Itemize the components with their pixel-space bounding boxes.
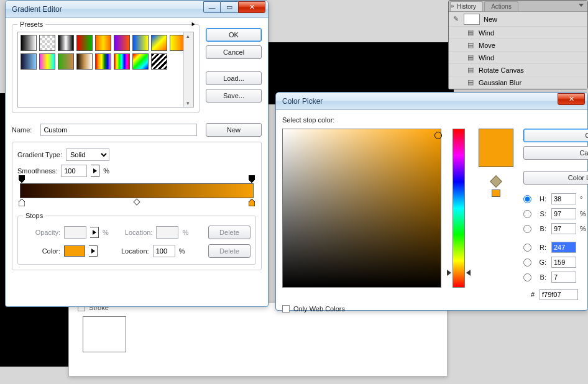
preset-swatch[interactable] <box>39 35 55 51</box>
radio-h[interactable] <box>523 195 531 203</box>
panel-menu-button[interactable] <box>577 2 585 9</box>
radio-rgb-b[interactable] <box>523 273 531 281</box>
opacity-label: Opacity: <box>23 229 60 236</box>
preset-swatch[interactable] <box>114 35 130 51</box>
saturation-value-field[interactable] <box>282 129 441 288</box>
midpoint-marker[interactable] <box>134 198 140 205</box>
gamut-warning-icon[interactable] <box>490 175 502 188</box>
radio-s[interactable] <box>523 210 531 218</box>
preset-swatch[interactable] <box>132 35 149 51</box>
location2-unit: % <box>179 247 185 255</box>
radio-r[interactable] <box>523 244 531 252</box>
preset-swatch[interactable] <box>58 53 74 70</box>
hue-slider[interactable] <box>452 129 465 288</box>
gamut-warning-chip[interactable] <box>492 190 500 197</box>
panel-collapse-button[interactable] <box>451 2 458 9</box>
minimize-button[interactable]: — <box>203 1 221 13</box>
gradient-type-select[interactable]: Solid <box>66 149 109 161</box>
prompt-label: Select stop color: <box>282 116 581 124</box>
color-libraries-button[interactable]: Color Libraries <box>523 171 588 185</box>
rgb-b-input[interactable] <box>551 272 576 283</box>
history-panel: History Actions ✎ New ▤ Wind ▤ Move ▤ Wi… <box>448 0 588 89</box>
preset-swatch[interactable] <box>114 53 130 70</box>
preset-swatch[interactable] <box>76 53 93 70</box>
preset-swatch[interactable] <box>58 35 74 51</box>
only-web-colors-checkbox[interactable] <box>282 305 290 313</box>
presets-list[interactable] <box>17 32 194 107</box>
history-item[interactable]: ▤ Wind <box>449 27 587 39</box>
preset-swatch[interactable] <box>132 53 149 70</box>
close-button[interactable]: ✕ <box>238 1 265 13</box>
titlebar[interactable]: Color Picker ✕ <box>276 93 587 110</box>
g-input[interactable] <box>551 257 576 268</box>
preset-swatch[interactable] <box>21 53 37 70</box>
ok-button[interactable]: OK <box>523 129 588 142</box>
smoothness-label: Smoothness: <box>17 167 57 175</box>
h-input[interactable] <box>551 193 576 204</box>
opacity-unit: % <box>103 229 109 236</box>
bv-input[interactable] <box>551 223 576 234</box>
gradient-type-label: Gradient Type: <box>17 151 62 158</box>
preset-swatch[interactable] <box>151 35 167 51</box>
history-item[interactable]: ▤ Move <box>449 39 587 52</box>
presets-scrollbar[interactable] <box>183 32 193 107</box>
presets-flyout-button[interactable] <box>191 21 195 28</box>
window-title: Gradient Editor <box>12 5 203 14</box>
r-input[interactable] <box>551 242 576 253</box>
color-stop-right[interactable] <box>249 199 255 206</box>
sv-cursor[interactable] <box>434 132 442 139</box>
hue-pointer[interactable] <box>447 270 451 276</box>
name-input[interactable] <box>40 124 197 136</box>
step-icon: ▤ <box>466 29 475 37</box>
history-document-row[interactable]: ✎ New <box>449 12 587 27</box>
smoothness-flyout[interactable] <box>91 165 99 177</box>
preset-swatch[interactable] <box>151 53 167 70</box>
hue-pointer[interactable] <box>466 270 471 276</box>
s-input[interactable] <box>551 208 576 219</box>
opacity-stop-right[interactable] <box>249 175 255 183</box>
preset-swatch[interactable] <box>95 53 111 70</box>
stroke-swatch[interactable] <box>83 316 126 352</box>
location2-input[interactable] <box>153 245 175 257</box>
color-picker-window: Color Picker ✕ Select stop color: <box>275 92 588 311</box>
load-button[interactable]: Load... <box>206 71 262 85</box>
new-button[interactable]: New <box>206 123 262 137</box>
preset-swatch[interactable] <box>21 35 37 51</box>
delete-color-stop-button: Delete <box>208 244 250 258</box>
svg-marker-1 <box>249 175 255 183</box>
step-icon: ▤ <box>466 78 475 87</box>
stop-color-flyout[interactable] <box>89 245 98 257</box>
location1-unit: % <box>182 229 188 236</box>
opacity-input <box>64 226 86 239</box>
opacity-stop-left[interactable] <box>19 175 25 183</box>
smoothness-input[interactable] <box>61 165 87 177</box>
history-item[interactable]: ▤ Wind <box>449 52 587 64</box>
window-title: Color Picker <box>282 97 558 106</box>
ok-button[interactable]: OK <box>206 28 262 42</box>
preset-swatch[interactable] <box>95 35 111 51</box>
brush-icon: ✎ <box>451 15 460 24</box>
close-button[interactable]: ✕ <box>558 93 585 105</box>
stops-legend: Stops <box>23 212 45 219</box>
presets-legend: Presets <box>17 21 45 28</box>
history-item[interactable]: ▤ Gaussian Blur <box>449 76 587 89</box>
cancel-button[interactable]: Cancel <box>206 45 262 59</box>
save-button[interactable]: Save... <box>206 89 262 103</box>
preset-swatch[interactable] <box>39 53 55 70</box>
cancel-button[interactable]: Cancel <box>523 146 588 160</box>
name-label: Name: <box>12 126 32 134</box>
maximize-button[interactable]: ▭ <box>221 1 238 13</box>
location1-input <box>156 226 178 239</box>
gradient-bar[interactable] <box>20 183 254 198</box>
radio-g[interactable] <box>523 258 531 267</box>
tab-actions[interactable]: Actions <box>484 1 518 11</box>
titlebar[interactable]: Gradient Editor — ▭ ✕ <box>6 1 268 18</box>
history-item[interactable]: ▤ Rotate Canvas <box>449 64 587 76</box>
color-preview[interactable] <box>479 129 513 167</box>
color-stop-left[interactable] <box>19 199 25 206</box>
preset-swatch[interactable] <box>76 35 93 51</box>
hex-input[interactable] <box>540 289 578 300</box>
radio-b[interactable] <box>523 225 531 233</box>
stop-color-chip[interactable] <box>64 245 85 257</box>
step-icon: ▤ <box>466 66 475 75</box>
